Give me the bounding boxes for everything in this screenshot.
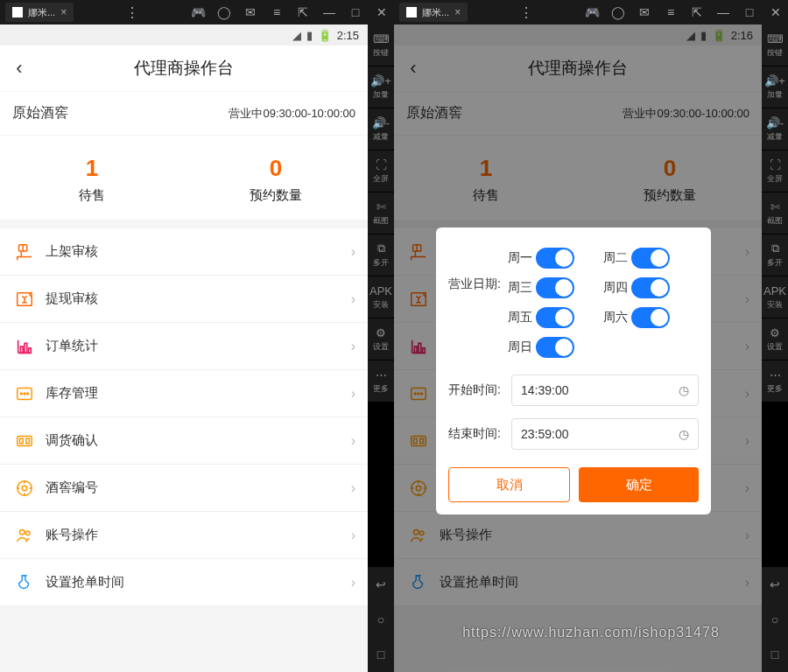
withdraw-audit-icon <box>12 287 37 312</box>
menu-item-account-ops[interactable]: 账号操作› <box>0 512 368 559</box>
tab-close-icon[interactable]: × <box>454 6 461 18</box>
user-icon[interactable]: ◯ <box>217 5 231 19</box>
android-nav-bar: ↩○□ <box>368 567 394 672</box>
side-tool-更多[interactable]: ⋯更多 <box>762 360 788 402</box>
day-switch[interactable] <box>631 307 670 328</box>
side-tool-icon: ⌨ <box>767 32 784 46</box>
cancel-button[interactable]: 取消 <box>448 467 570 502</box>
account-ops-icon <box>12 523 37 548</box>
day-toggle-5: 周六 <box>603 303 699 332</box>
share-icon[interactable]: ⇱ <box>690 5 704 19</box>
close-window-icon[interactable]: ✕ <box>375 5 389 19</box>
day-switch[interactable] <box>631 248 670 269</box>
nav-back[interactable]: ↩ <box>762 567 788 602</box>
side-tool-全屏[interactable]: ⛶全屏 <box>368 150 394 192</box>
side-tool-icon: ⚙ <box>376 326 386 340</box>
nav-recent[interactable]: □ <box>368 637 394 672</box>
side-tool-多开[interactable]: ⧉多开 <box>762 234 788 276</box>
tab-menu-icon[interactable]: ⋮ <box>519 4 533 21</box>
store-info-row[interactable]: 原始酒窖 营业中09:30:00-10:00:00 <box>0 92 368 135</box>
tab-menu-icon[interactable]: ⋮ <box>125 4 139 21</box>
nav-back[interactable]: ↩ <box>368 567 394 602</box>
menu-label: 库存管理 <box>46 385 351 402</box>
side-tool-更多[interactable]: ⋯更多 <box>368 360 394 402</box>
tab-close-icon[interactable]: × <box>60 6 67 18</box>
maximize-icon[interactable]: □ <box>742 5 756 19</box>
browser-tab[interactable]: 娜米... × <box>399 3 468 22</box>
stat-box[interactable]: 0预约数量 <box>184 155 368 204</box>
side-tool-减量[interactable]: 🔊-减量 <box>368 108 394 150</box>
menu-item-shelf-audit[interactable]: 上架审核› <box>0 228 368 276</box>
ok-button[interactable]: 确定 <box>579 467 699 502</box>
day-toggle-4: 周五 <box>508 303 603 332</box>
user-icon[interactable]: ◯ <box>611 5 625 19</box>
chevron-right-icon: › <box>351 528 355 543</box>
start-time-input[interactable]: 14:39:00 ◷ <box>511 374 699 406</box>
gamepad-icon[interactable]: 🎮 <box>585 5 599 19</box>
day-switch[interactable] <box>536 277 574 298</box>
emulator-side-toolbar: ⌨按键🔊+加量🔊-减量⛶全屏✄截图⧉多开APK安装⚙设置⋯更多 <box>368 24 394 402</box>
side-tool-截图[interactable]: ✄截图 <box>368 192 394 234</box>
menu-item-transfer-confirm[interactable]: 调货确认› <box>0 417 368 465</box>
stat-label: 待售 <box>0 187 184 204</box>
svg-rect-4 <box>29 347 32 353</box>
side-tool-加量[interactable]: 🔊+加量 <box>368 66 394 108</box>
side-tool-设置[interactable]: ⚙设置 <box>762 318 788 360</box>
mail-icon[interactable]: ✉ <box>637 5 651 19</box>
side-tool-多开[interactable]: ⧉多开 <box>368 234 394 276</box>
menu-item-order-stats[interactable]: 订单统计› <box>0 323 368 370</box>
menu-item-withdraw-audit[interactable]: 提现审核› <box>0 276 368 323</box>
day-switch[interactable] <box>536 337 574 358</box>
end-time-value: 23:59:00 <box>521 427 569 441</box>
gamepad-icon[interactable]: 🎮 <box>191 5 205 19</box>
side-tool-截图[interactable]: ✄截图 <box>762 192 788 234</box>
minimize-icon[interactable]: — <box>716 5 730 19</box>
minimize-icon[interactable]: — <box>322 5 336 19</box>
menu-item-grab-time[interactable]: 设置抢单时间› <box>0 559 368 606</box>
menu-icon[interactable]: ≡ <box>270 5 284 19</box>
side-tool-安装[interactable]: APK安装 <box>368 276 394 318</box>
end-time-label: 结束时间: <box>448 426 503 442</box>
menu-item-cellar-number[interactable]: 酒窖编号› <box>0 465 368 512</box>
browser-tab[interactable]: 娜米... × <box>5 3 74 22</box>
phone-screen-left: ◢ ▮ 🔋 2:15 ‹ 代理商操作台 原始酒窖 营业中09:30:00-10:… <box>0 24 368 672</box>
end-time-input[interactable]: 23:59:00 ◷ <box>511 418 699 450</box>
side-tool-安装[interactable]: APK安装 <box>762 276 788 318</box>
side-tool-icon: ⧉ <box>377 242 385 256</box>
nav-home[interactable]: ○ <box>762 602 788 637</box>
side-tool-icon: ⋯ <box>770 368 781 382</box>
side-tool-减量[interactable]: 🔊-减量 <box>762 108 788 150</box>
side-tool-label: 按键 <box>373 47 389 59</box>
side-tool-按键[interactable]: ⌨按键 <box>762 24 788 66</box>
cellar-number-icon <box>12 476 37 500</box>
menu-item-inventory[interactable]: 库存管理› <box>0 370 368 417</box>
side-tool-icon: 🔊- <box>766 116 784 130</box>
side-tool-label: 全屏 <box>767 173 783 185</box>
svg-rect-10 <box>20 438 24 444</box>
side-tool-icon: APK <box>763 284 786 298</box>
side-tool-设置[interactable]: ⚙设置 <box>368 318 394 360</box>
nav-home[interactable]: ○ <box>368 602 394 637</box>
menu-list: 上架审核›提现审核›订单统计›库存管理›调货确认›酒窖编号›账号操作›设置抢单时… <box>0 228 368 606</box>
mail-icon[interactable]: ✉ <box>243 5 257 19</box>
day-switch[interactable] <box>631 277 670 298</box>
side-tool-加量[interactable]: 🔊+加量 <box>762 66 788 108</box>
stat-box[interactable]: 1待售 <box>0 155 184 204</box>
side-tool-全屏[interactable]: ⛶全屏 <box>762 150 788 192</box>
chevron-right-icon: › <box>351 575 355 591</box>
tab-favicon <box>12 7 23 18</box>
day-label: 周四 <box>603 280 628 296</box>
menu-label: 提现审核 <box>46 290 351 307</box>
back-button[interactable]: ‹ <box>0 57 39 80</box>
share-icon[interactable]: ⇱ <box>296 5 310 19</box>
nav-recent[interactable]: □ <box>762 637 788 672</box>
transfer-confirm-icon <box>12 429 37 453</box>
side-tool-按键[interactable]: ⌨按键 <box>368 24 394 66</box>
day-switch[interactable] <box>536 248 574 269</box>
maximize-icon[interactable]: □ <box>348 5 362 19</box>
start-time-value: 14:39:00 <box>521 383 569 397</box>
close-window-icon[interactable]: ✕ <box>769 5 783 19</box>
day-switch[interactable] <box>536 307 574 328</box>
side-tool-label: 加量 <box>767 89 783 101</box>
menu-icon[interactable]: ≡ <box>664 5 678 19</box>
